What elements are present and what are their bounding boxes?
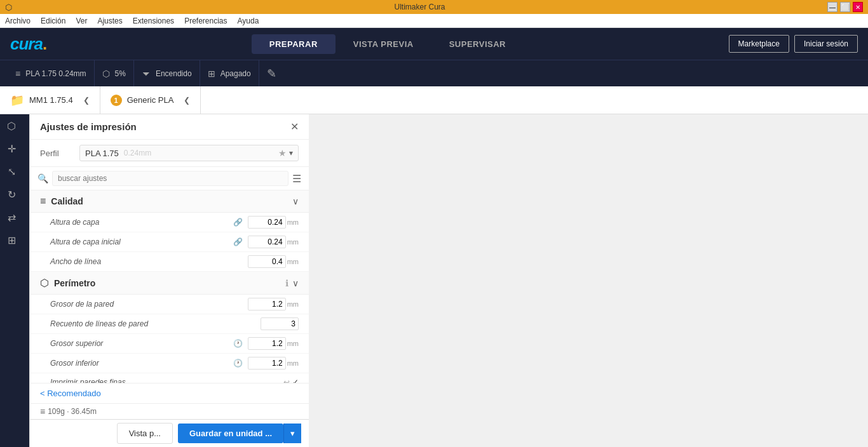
nav-right: Marketplace Iniciar sesión bbox=[729, 35, 858, 53]
profile-text[interactable]: PLA 1.75 0.24mm bbox=[25, 69, 86, 78]
perimetro-info-icon[interactable]: ℹ bbox=[285, 278, 288, 288]
unit-grosor-sup: mm bbox=[287, 340, 299, 347]
input-grosor-pared[interactable] bbox=[248, 298, 286, 310]
settings-close-button[interactable]: ✕ bbox=[290, 121, 299, 133]
profile-icon: ≡ bbox=[15, 69, 20, 79]
input-grosor-inferior[interactable] bbox=[248, 357, 286, 370]
perimetro-chevron-icon: ∨ bbox=[292, 278, 299, 288]
vista-previa-button[interactable]: Vista p... bbox=[117, 423, 173, 444]
setting-name-ancho-linea: Ancho de línea bbox=[50, 257, 248, 266]
tab-vista-previa[interactable]: VISTA PREVIA bbox=[336, 34, 431, 54]
cura-icon: ⬡ bbox=[5, 3, 12, 12]
menu-edicion[interactable]: Edición bbox=[41, 17, 65, 25]
toolbar: ≡ PLA 1.75 0.24mm ⬡ 5% ⏷ Encendido ⊞ Apa… bbox=[0, 60, 868, 86]
signin-button[interactable]: Iniciar sesión bbox=[794, 35, 858, 53]
section-perimetro[interactable]: ⬡ Perímetro ℹ ∨ bbox=[30, 272, 309, 295]
tab-preparar[interactable]: PREPARAR bbox=[252, 34, 336, 54]
setting-paredes-finas: Imprimir paredes finas ↩ ✓ bbox=[30, 373, 309, 383]
save-button[interactable]: Guardar en unidad ... bbox=[178, 424, 283, 443]
adhesion-text[interactable]: Apagado bbox=[220, 69, 251, 78]
edit-icon[interactable]: ✎ bbox=[267, 67, 276, 81]
settings-header: Ajustes de impresión ✕ bbox=[30, 114, 309, 140]
unit-ancho-linea: mm bbox=[287, 258, 299, 265]
printer-selector[interactable]: 📁 MM1 1.75.4 ❮ bbox=[0, 86, 100, 114]
close-button[interactable]: ✕ bbox=[853, 2, 863, 12]
support-text[interactable]: Encendido bbox=[156, 69, 192, 78]
settings-search-input[interactable] bbox=[52, 171, 288, 186]
content-area: ⬡ ✛ ⤡ ↻ ⇄ ⊞ X mm Y mm bbox=[0, 114, 868, 447]
tool-move[interactable]: ✛ bbox=[0, 137, 23, 160]
input-altura-capa-inicial[interactable] bbox=[248, 236, 286, 248]
link-icon-altura-capa[interactable]: 🔗 bbox=[233, 218, 243, 227]
calidad-title: Calidad bbox=[51, 196, 292, 206]
reset-icon-paredes-finas[interactable]: ↩ bbox=[283, 378, 290, 384]
input-ancho-linea[interactable] bbox=[248, 255, 286, 268]
filament-selector[interactable]: 1 Generic PLA ❮ bbox=[100, 86, 201, 114]
tool-rotate[interactable]: ↻ bbox=[0, 183, 23, 206]
weight-text: 109g · 36.45m bbox=[48, 407, 97, 416]
setting-name-altura-capa: Altura de capa bbox=[50, 218, 233, 227]
setting-name-grosor-pared: Grosor de la pared bbox=[50, 300, 248, 309]
toolbar-profile: ≡ PLA 1.75 0.24mm bbox=[8, 60, 95, 86]
menu-archivo[interactable]: Archivo bbox=[5, 17, 31, 25]
menu-preferencias[interactable]: Preferencias bbox=[184, 17, 227, 25]
menu-extensiones[interactable]: Extensiones bbox=[133, 17, 174, 25]
settings-menu-icon[interactable]: ☰ bbox=[292, 173, 301, 185]
toolbar-edit: ✎ bbox=[259, 60, 284, 86]
setting-ancho-linea: Ancho de línea mm bbox=[30, 252, 309, 272]
tool-support[interactable]: ⊞ bbox=[0, 229, 23, 251]
tool-select[interactable]: ⬡ bbox=[0, 114, 23, 137]
search-row: 🔍 ☰ bbox=[30, 167, 309, 190]
setting-name-recuento: Recuento de líneas de pared bbox=[50, 319, 261, 328]
input-recuento[interactable] bbox=[261, 317, 299, 330]
recommend-link[interactable]: < Recomendado bbox=[40, 389, 299, 398]
profile-label-text: Perfil bbox=[40, 149, 72, 158]
check-icon-paredes-finas[interactable]: ✓ bbox=[292, 378, 299, 384]
menu-ver[interactable]: Ver bbox=[76, 17, 87, 25]
toolbar-adhesion: ⊞ Apagado bbox=[200, 60, 259, 86]
weight-icon: ≡ bbox=[40, 406, 45, 417]
profile-name-text: PLA 1.75 bbox=[85, 149, 119, 158]
profile-actions: ★ ▾ bbox=[278, 148, 293, 158]
unit-grosor-inf: mm bbox=[287, 359, 299, 367]
menubar: Archivo Edición Ver Ajustes Extensiones … bbox=[0, 14, 868, 28]
app-logo: cura. bbox=[10, 34, 46, 54]
printer-folder-icon: 📁 bbox=[10, 93, 24, 107]
printer-chevron-icon: ❮ bbox=[83, 96, 90, 105]
calidad-icon: ≡ bbox=[40, 196, 46, 207]
tool-scale[interactable]: ⤡ bbox=[0, 160, 23, 183]
adhesion-icon: ⊞ bbox=[208, 69, 215, 79]
calidad-chevron-icon: ∨ bbox=[292, 196, 299, 206]
window-controls: — ⬜ ✕ bbox=[827, 2, 863, 12]
tool-mirror[interactable]: ⇄ bbox=[0, 206, 23, 229]
search-icon: 🔍 bbox=[37, 173, 48, 183]
menu-ayuda[interactable]: Ayuda bbox=[238, 17, 259, 25]
printer-bar: 📁 MM1 1.75.4 ❮ 1 Generic PLA ❮ bbox=[0, 86, 868, 114]
link-icon-altura-inicial[interactable]: 🔗 bbox=[233, 237, 243, 246]
toolbar-infill: ⬡ 5% bbox=[95, 60, 134, 86]
filament-badge: 1 bbox=[111, 95, 122, 106]
save-dropdown-button[interactable]: ▾ bbox=[283, 424, 301, 443]
setting-name-grosor-sup: Grosor superior bbox=[50, 339, 233, 348]
setting-recuento-lineas: Recuento de líneas de pared bbox=[30, 314, 309, 334]
save-button-group: Guardar en unidad ... ▾ bbox=[178, 424, 301, 443]
minimize-button[interactable]: — bbox=[827, 2, 837, 12]
recommend-bar: < Recomendado bbox=[30, 383, 309, 403]
bottom-action-bar: Vista p... Guardar en unidad ... ▾ bbox=[30, 419, 309, 447]
infill-text[interactable]: 5% bbox=[115, 69, 126, 78]
profile-select-dropdown[interactable]: PLA 1.75 0.24mm ★ ▾ bbox=[79, 145, 299, 161]
chevron-down-icon[interactable]: ▾ bbox=[289, 149, 293, 157]
link-icon-grosor-inf[interactable]: 🕐 bbox=[233, 359, 243, 368]
star-icon[interactable]: ★ bbox=[278, 148, 287, 158]
link-icon-grosor-sup[interactable]: 🕐 bbox=[233, 339, 243, 348]
menu-ajustes[interactable]: Ajustes bbox=[97, 17, 122, 25]
section-calidad[interactable]: ≡ Calidad ∨ bbox=[30, 190, 309, 213]
unit-altura-inicial: mm bbox=[287, 238, 299, 246]
input-grosor-superior[interactable] bbox=[248, 337, 286, 350]
marketplace-button[interactable]: Marketplace bbox=[729, 35, 789, 53]
input-altura-capa[interactable] bbox=[248, 216, 286, 229]
navbar: cura. PREPARAR VISTA PREVIA SUPERVISAR M… bbox=[0, 28, 868, 60]
tab-supervisar[interactable]: SUPERVISAR bbox=[431, 34, 524, 54]
setting-altura-capa-inicial: Altura de capa inicial 🔗 mm bbox=[30, 232, 309, 252]
maximize-button[interactable]: ⬜ bbox=[840, 2, 850, 12]
